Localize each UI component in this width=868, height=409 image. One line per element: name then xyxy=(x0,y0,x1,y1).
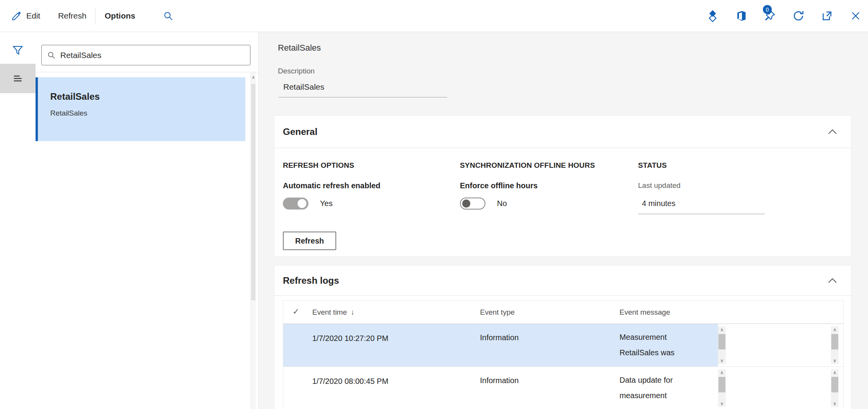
event-type-header-label: Event type xyxy=(480,308,515,317)
automatic-refresh-label: Automatic refresh enabled xyxy=(283,181,380,190)
enforce-offline-hours-label: Enforce offline hours xyxy=(460,181,538,190)
scrollbar-thumb[interactable] xyxy=(718,334,725,349)
scrollbar-thumb[interactable] xyxy=(251,84,255,300)
scroll-down-icon[interactable]: ∨ xyxy=(718,358,726,363)
sync-icon xyxy=(792,10,805,22)
search-input[interactable] xyxy=(60,51,245,60)
edit-button[interactable]: Edit xyxy=(12,11,40,21)
log-row-2[interactable]: 1/7/2020 08:00:45 PM Information Data up… xyxy=(283,366,843,409)
column-header-event-message[interactable]: Event message xyxy=(620,308,670,317)
refresh-session-button[interactable] xyxy=(791,9,805,23)
event-message-cell: Data update for measurement xyxy=(620,372,673,403)
refresh-label: Refresh xyxy=(58,11,87,20)
scrollbar-thumb[interactable] xyxy=(831,377,838,392)
refresh-logs-grid: ✓ Event time ↓ Event type Event message … xyxy=(283,300,844,409)
group-header-status: STATUS xyxy=(638,161,667,170)
options-menu-button[interactable]: Options xyxy=(105,11,135,20)
topbar-right-icons: 0 xyxy=(706,9,863,23)
sort-descending-icon: ↓ xyxy=(351,308,355,317)
refresh-logs-header[interactable]: Refresh logs xyxy=(274,266,851,296)
event-message-line2: RetailSales was xyxy=(620,348,674,357)
diamond-icon xyxy=(706,10,719,22)
event-message-cell: Measurement RetailSales was xyxy=(620,329,674,360)
event-message-line2: measurement xyxy=(620,391,667,400)
description-input[interactable] xyxy=(283,82,447,92)
office-apps-button[interactable] xyxy=(734,9,748,23)
list-item-subtitle: RetailSales xyxy=(50,109,245,118)
toggle-pill-off[interactable] xyxy=(460,198,485,210)
list-scrollbar[interactable]: ∧ xyxy=(250,72,256,409)
select-all-checkmark-icon[interactable]: ✓ xyxy=(293,307,300,316)
last-updated-label: Last updated xyxy=(638,181,681,190)
row-scrollbar[interactable]: ∧ ∨ xyxy=(831,326,839,364)
attachment-count-badge: 0 xyxy=(763,5,772,14)
top-command-bar: Edit Refresh Options xyxy=(0,0,868,32)
event-type-cell: Information xyxy=(480,333,519,342)
close-button[interactable] xyxy=(849,9,863,23)
event-time-cell: 1/7/2020 08:00:45 PM xyxy=(312,377,388,386)
event-type-cell: Information xyxy=(480,376,519,385)
refresh-logs-title: Refresh logs xyxy=(283,275,339,286)
list-icon xyxy=(12,73,24,84)
scroll-up-icon[interactable]: ∧ xyxy=(831,370,839,375)
search-icon xyxy=(163,11,174,21)
attachments-button[interactable]: 0 xyxy=(763,9,777,23)
log-row-1[interactable]: 1/7/2020 10:27:20 PM Information Measure… xyxy=(283,324,843,366)
list-panel-header xyxy=(36,32,258,72)
office-logo-icon xyxy=(735,10,747,22)
scrollbar-thumb[interactable] xyxy=(831,334,838,349)
pencil-icon xyxy=(12,11,22,21)
options-label: Options xyxy=(105,11,135,20)
list-pane-toggle-button[interactable] xyxy=(0,64,36,93)
chevron-up-icon[interactable] xyxy=(828,278,837,283)
toggle-pill-on[interactable] xyxy=(283,198,308,210)
open-new-window-icon xyxy=(821,10,833,22)
scrollbar-thumb[interactable] xyxy=(718,377,725,392)
message-cell-scrollbar[interactable]: ∧ ∨ xyxy=(718,369,726,407)
toolbar-search-button[interactable] xyxy=(163,11,174,21)
group-header-refresh-options: REFRESH OPTIONS xyxy=(283,161,354,170)
description-label: Description xyxy=(278,67,315,75)
toggle-value-label: Yes xyxy=(320,199,333,208)
edit-label: Edit xyxy=(26,11,40,20)
last-updated-value: 4 minutes xyxy=(638,199,765,214)
scroll-down-icon[interactable]: ∨ xyxy=(831,358,839,363)
general-section: General REFRESH OPTIONS SYNCHRONIZATION … xyxy=(274,115,851,257)
grid-header-row: ✓ Event time ↓ Event type Event message xyxy=(283,301,843,324)
group-header-sync-offline-hours: SYNCHRONIZATION OFFLINE HOURS xyxy=(460,161,595,170)
description-field xyxy=(279,82,447,97)
chevron-up-icon[interactable] xyxy=(828,129,837,135)
record-list-panel: RetailSales RetailSales ∧ xyxy=(36,32,259,409)
list-search-box[interactable] xyxy=(41,45,250,65)
column-header-event-time[interactable]: Event time ↓ xyxy=(312,308,354,317)
scroll-up-icon[interactable]: ∧ xyxy=(831,327,839,332)
refresh-logs-section: Refresh logs ✓ Event time ↓ Event type E… xyxy=(274,265,851,409)
insights-button[interactable] xyxy=(706,9,720,23)
toolbar-divider xyxy=(95,7,95,24)
left-rail xyxy=(0,32,36,409)
event-message-line1: Measurement xyxy=(620,333,667,341)
toggle-knob xyxy=(298,199,306,208)
event-time-header-label: Event time xyxy=(312,308,347,317)
message-cell-scrollbar[interactable]: ∧ ∨ xyxy=(718,326,726,364)
refresh-button[interactable]: Refresh xyxy=(283,232,336,250)
event-message-header-label: Event message xyxy=(620,308,670,317)
event-message-line1: Data update for xyxy=(620,376,673,384)
list-item-retailsales[interactable]: RetailSales RetailSales xyxy=(36,77,245,141)
enforce-offline-hours-toggle[interactable]: No xyxy=(460,198,507,210)
scroll-up-icon[interactable]: ∧ xyxy=(718,327,726,332)
row-scrollbar[interactable]: ∧ ∨ xyxy=(831,369,839,407)
column-header-event-type[interactable]: Event type xyxy=(480,308,515,317)
event-time-cell: 1/7/2020 10:27:20 PM xyxy=(312,334,388,343)
automatic-refresh-toggle[interactable]: Yes xyxy=(283,198,333,210)
filter-button[interactable] xyxy=(0,41,36,59)
scroll-up-icon[interactable]: ∧ xyxy=(251,75,256,80)
open-new-window-button[interactable] xyxy=(820,9,834,23)
toggle-value-label: No xyxy=(497,199,507,208)
refresh-menu-button[interactable]: Refresh xyxy=(58,11,87,20)
scroll-down-icon[interactable]: ∨ xyxy=(831,401,839,406)
scroll-down-icon[interactable]: ∨ xyxy=(718,401,726,406)
scroll-up-icon[interactable]: ∧ xyxy=(718,370,726,375)
toggle-knob xyxy=(462,199,470,208)
general-section-header[interactable]: General xyxy=(274,116,851,148)
